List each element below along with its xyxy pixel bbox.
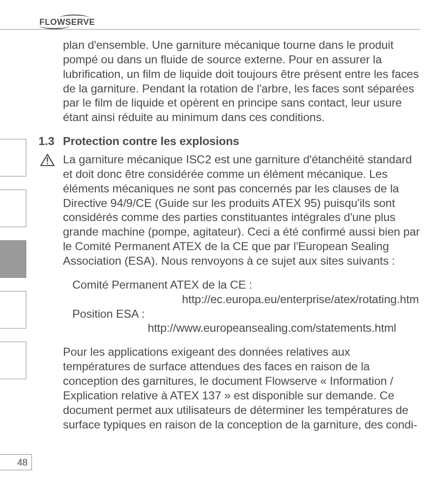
section-title: Protection contre les explosions (39, 135, 239, 147)
intro-paragraph: plan d'ensemble. Une garniture mécanique… (63, 38, 420, 125)
side-tabs (0, 139, 28, 392)
page-header: FLOWSERVE (0, 18, 420, 30)
page-container: FLOWSERVE plan d'ensemble. Une garniture… (0, 0, 448, 489)
side-tab-4[interactable] (0, 291, 26, 329)
side-tab-2[interactable] (0, 190, 26, 227)
reference-url-1: http://ec.europa.eu/enterprise/atex/rota… (72, 292, 420, 307)
flowserve-logo: FLOWSERVE (39, 18, 95, 26)
reference-block: Comité Permanent ATEX de la CE : http://… (63, 278, 420, 336)
section-paragraph-1: La garniture mécanique ISC2 est une garn… (63, 153, 420, 268)
body-content: plan d'ensemble. Une garniture mécanique… (0, 38, 420, 432)
reference-label-2: Position ESA : (72, 307, 420, 321)
section-number: 1.3 (39, 134, 54, 149)
svg-point-2 (46, 163, 48, 164)
side-tab-1[interactable] (0, 139, 26, 176)
side-tab-5[interactable] (0, 342, 26, 379)
warning-paragraph-row: La garniture mécanique ISC2 est une garn… (63, 153, 420, 268)
logo-arc-bottom (39, 23, 70, 29)
side-tab-3[interactable] (0, 240, 26, 278)
section-paragraph-2: Pour les applications exigeant des donné… (63, 345, 420, 432)
warning-triangle-icon (40, 154, 54, 170)
reference-label-1: Comité Permanent ATEX de la CE : (72, 278, 420, 292)
logo-arc-top (59, 15, 89, 20)
page-number: 48 (17, 457, 28, 468)
section-heading-row: 1.3 Protection contre les explosions (39, 134, 420, 149)
reference-url-2: http://www.europeansealing.com/statement… (72, 321, 420, 336)
page-number-box: 48 (0, 454, 32, 470)
